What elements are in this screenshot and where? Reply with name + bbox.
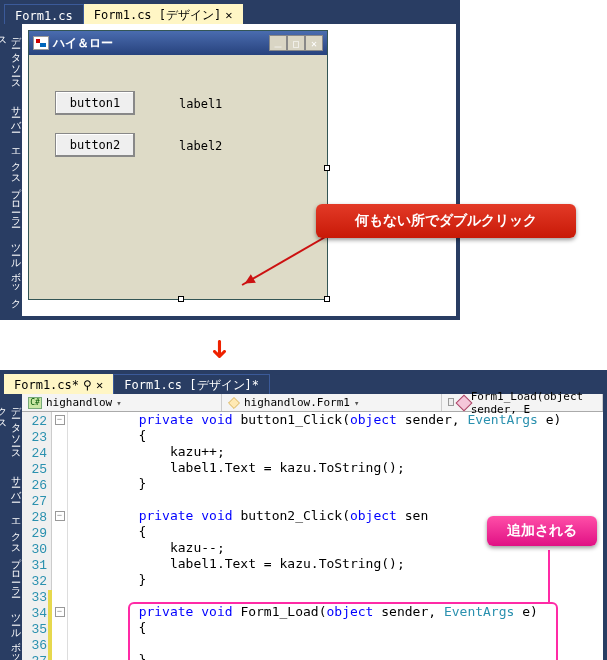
code-line[interactable]: } bbox=[68, 652, 603, 660]
code-line[interactable]: private void button1_Click(object sender… bbox=[68, 412, 603, 428]
minimize-button[interactable]: ＿ bbox=[269, 35, 287, 51]
tab-form1-cs[interactable]: Form1.cs bbox=[4, 4, 84, 24]
button2[interactable]: button2 bbox=[55, 133, 135, 157]
ide-code-window: Form1.cs* ⚲ ✕ Form1.cs [デザイン]* データソース サー… bbox=[0, 370, 607, 660]
line-number: 36 bbox=[22, 638, 47, 654]
line-number: 37 bbox=[22, 654, 47, 660]
fold-toggle-icon[interactable]: − bbox=[55, 415, 65, 425]
chevron-down-icon: ▾ bbox=[354, 398, 359, 408]
line-number: 31 bbox=[22, 558, 47, 574]
code-line[interactable]: { bbox=[68, 620, 603, 636]
namespace-name: highandlow bbox=[46, 396, 112, 409]
form-app-icon bbox=[33, 36, 49, 50]
fold-toggle-icon[interactable]: − bbox=[55, 511, 65, 521]
resize-handle-east[interactable] bbox=[324, 165, 330, 171]
close-icon[interactable]: ✕ bbox=[225, 8, 232, 22]
annotation-doubleclick: 何もない所でダブルクリック bbox=[316, 204, 576, 238]
resize-handle-south[interactable] bbox=[178, 296, 184, 302]
close-button[interactable]: ✕ bbox=[305, 35, 323, 51]
button1[interactable]: button1 bbox=[55, 91, 135, 115]
close-icon[interactable]: ✕ bbox=[96, 378, 103, 392]
code-line[interactable]: label1.Text = kazu.ToString(); bbox=[68, 460, 603, 476]
fold-toggle-icon[interactable]: − bbox=[55, 607, 65, 617]
namespace-dropdown[interactable]: C# highandlow ▾ bbox=[22, 394, 222, 411]
maximize-button[interactable]: □ bbox=[287, 35, 305, 51]
tab-form1-design-code[interactable]: Form1.cs [デザイン]* bbox=[113, 374, 270, 394]
line-number: 25 bbox=[22, 462, 47, 478]
tab-form1-design[interactable]: Form1.cs [デザイン] ✕ bbox=[84, 4, 243, 24]
label1[interactable]: label1 bbox=[179, 97, 222, 111]
code-line[interactable]: { bbox=[68, 428, 603, 444]
line-number: 32 bbox=[22, 574, 47, 590]
tab-label: Form1.cs [デザイン] bbox=[94, 7, 221, 24]
ide-side-rail-code[interactable]: データソース サーバー エクスプローラー ツールボックス bbox=[4, 394, 22, 660]
code-line[interactable] bbox=[68, 588, 603, 604]
code-line[interactable]: } bbox=[68, 572, 603, 588]
line-number: 27 bbox=[22, 494, 47, 510]
navigation-bar: C# highandlow ▾ highandlow.Form1 ▾ Form1… bbox=[22, 394, 603, 412]
csharp-icon: C# bbox=[28, 397, 42, 409]
code-line[interactable] bbox=[68, 492, 603, 508]
form-title: ハイ＆ロー bbox=[53, 35, 113, 52]
lock-icon bbox=[448, 398, 454, 406]
ide-designer-window: Form1.cs Form1.cs [デザイン] ✕ データソース サーバー エ… bbox=[0, 0, 460, 320]
flow-arrow-icon: ➜ bbox=[203, 339, 237, 359]
ide-side-rail[interactable]: データソース サーバー エクスプローラー ツールボックス bbox=[4, 24, 22, 316]
code-line[interactable] bbox=[68, 636, 603, 652]
code-line[interactable]: } bbox=[68, 476, 603, 492]
tab-form1-cs-code[interactable]: Form1.cs* ⚲ ✕ bbox=[4, 374, 113, 394]
code-line[interactable]: private void Form1_Load(object sender, E… bbox=[68, 604, 603, 620]
line-number: 35 bbox=[22, 622, 47, 638]
line-number: 28 bbox=[22, 510, 47, 526]
form-titlebar: ハイ＆ロー ＿ □ ✕ bbox=[29, 31, 327, 55]
code-line[interactable]: label1.Text = kazu.ToString(); bbox=[68, 556, 603, 572]
class-icon bbox=[228, 397, 240, 409]
line-number: 23 bbox=[22, 430, 47, 446]
line-number: 30 bbox=[22, 542, 47, 558]
annotation-connector bbox=[548, 550, 550, 604]
line-number: 22 bbox=[22, 414, 47, 430]
code-line[interactable]: kazu++; bbox=[68, 444, 603, 460]
line-number-gutter: 22 23 24 25 26 27 28 29 30 31 32 33 34 3… bbox=[22, 412, 52, 660]
chevron-down-icon: ▾ bbox=[116, 398, 121, 408]
code-editor[interactable]: 22 23 24 25 26 27 28 29 30 31 32 33 34 3… bbox=[22, 412, 603, 660]
tab-label: Form1.cs* bbox=[14, 378, 79, 392]
class-name: highandlow.Form1 bbox=[244, 396, 350, 409]
label2[interactable]: label2 bbox=[179, 139, 222, 153]
member-dropdown[interactable]: Form1_Load(object sender, E bbox=[442, 394, 603, 411]
line-number: 26 bbox=[22, 478, 47, 494]
line-number: 29 bbox=[22, 526, 47, 542]
tab-bar: Form1.cs Form1.cs [デザイン] ✕ bbox=[4, 4, 456, 24]
line-number: 33 bbox=[22, 590, 47, 606]
pin-icon[interactable]: ⚲ bbox=[83, 378, 92, 392]
line-number: 34 bbox=[22, 606, 47, 622]
method-icon bbox=[458, 397, 466, 409]
class-dropdown[interactable]: highandlow.Form1 ▾ bbox=[222, 394, 442, 411]
resize-handle-se[interactable] bbox=[324, 296, 330, 302]
designer-surface[interactable]: ハイ＆ロー ＿ □ ✕ button1 label1 button2 label… bbox=[22, 24, 456, 316]
annotation-added: 追加される bbox=[487, 516, 597, 546]
line-number: 24 bbox=[22, 446, 47, 462]
outline-gutter[interactable]: − − − bbox=[52, 412, 68, 660]
code-text[interactable]: private void button1_Click(object sender… bbox=[68, 412, 603, 660]
